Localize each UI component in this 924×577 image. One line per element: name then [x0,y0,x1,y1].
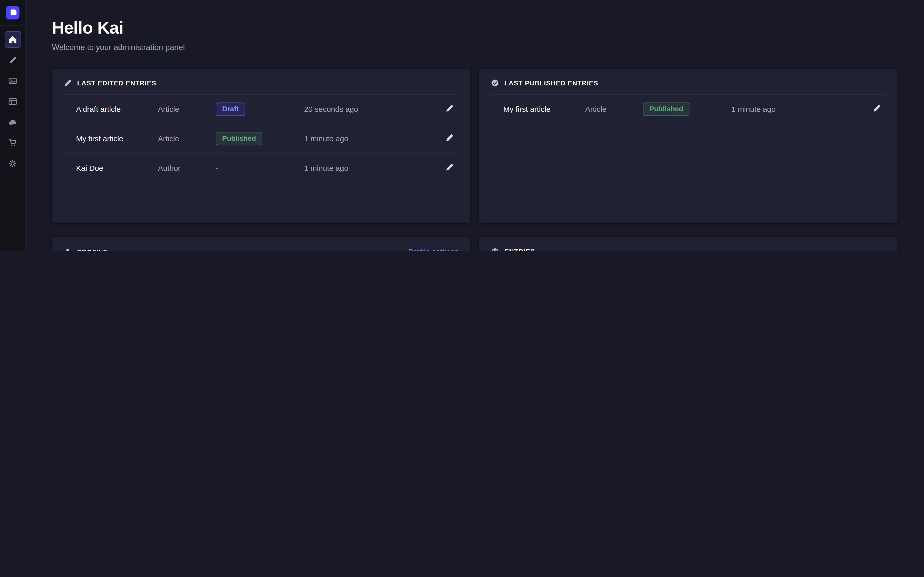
profile-settings-link[interactable]: Profile settings [408,247,459,251]
entry-name: My first article [503,105,585,114]
strapi-logo-icon [6,6,19,19]
strapi-logo-button[interactable] [0,0,26,26]
content-type-builder-icon [8,97,17,106]
panel-title: PROFILE [77,248,108,251]
entry-time: 1 minute ago [304,134,441,143]
person-icon [64,247,72,251]
entry-type: Article [158,105,216,114]
main-content: Hello Kai Welcome to your administration… [26,0,924,251]
entry-status-cell: Published [643,102,731,116]
sidebar-item-marketplace[interactable] [4,134,21,150]
app-root: KD Hello Kai Welcome to your administrat… [0,0,924,251]
table-row[interactable]: A draft article Article Draft 20 seconds… [64,95,459,124]
edit-entry-button[interactable] [446,134,454,143]
panel-header: ENTRIES [479,237,898,251]
table-row[interactable]: Kai Doe Author - 1 minute ago [64,154,459,183]
panel-title: LAST PUBLISHED ENTRIES [504,79,598,87]
panel-last-edited-entries: LAST EDITED ENTRIES A draft article Arti… [52,69,470,223]
gear-icon [8,159,17,168]
pencil-icon [446,104,454,114]
sidebar-item-home[interactable] [4,31,21,48]
entry-type: Article [585,105,643,114]
pencil-icon [446,134,454,143]
table-row[interactable]: My first article Article Published 1 min… [64,124,459,154]
status-badge: Draft [216,102,245,116]
entry-type: Article [158,134,216,143]
last-published-table: My first article Article Published 1 min… [491,94,885,124]
panel-profile: PROFILE Profile settings KD Kai Doe kai.… [52,237,470,251]
panel-title: LAST EDITED ENTRIES [77,79,156,87]
entry-type: Author [158,164,216,172]
sidebar-item-deploy-cloud[interactable] [4,114,21,130]
entry-time: 20 seconds ago [304,105,441,114]
entry-time: 1 minute ago [304,164,441,172]
sidebar-item-content-type-builder[interactable] [4,93,21,110]
panel-title: ENTRIES [504,248,535,251]
check-circle-icon [491,79,499,87]
entry-name: My first article [76,134,158,143]
sidebar-item-media-library[interactable] [4,73,21,89]
cloud-icon [8,118,17,126]
page-header: Hello Kai Welcome to your administration… [26,0,924,52]
entry-time: 1 minute ago [731,105,868,114]
media-library-icon [8,76,17,85]
entry-status-cell: - [216,164,304,172]
panel-entries: ENTRIES 3 entries Draft P [479,237,898,251]
edit-entry-button[interactable] [873,104,881,114]
sidebar-nav [4,31,21,251]
entry-name: A draft article [76,105,158,114]
home-icon [8,35,17,44]
page-subtitle: Welcome to your administration panel [52,43,924,52]
panel-last-published-entries: LAST PUBLISHED ENTRIES My first article … [479,69,898,223]
last-edited-table: A draft article Article Draft 20 seconds… [64,94,459,183]
panel-header: LAST PUBLISHED ENTRIES [479,69,898,94]
cart-icon [8,138,17,147]
page-title: Hello Kai [52,18,924,38]
pencil-icon [446,163,454,173]
pencil-icon [873,104,881,114]
panel-header: LAST EDITED ENTRIES [52,69,470,94]
table-row[interactable]: My first article Article Published 1 min… [491,95,885,124]
entry-status-cell: Published [216,132,304,145]
entry-status-cell: Draft [216,102,304,116]
panel-header: PROFILE Profile settings [52,237,470,251]
cube-icon [491,247,499,251]
sidebar-item-content-manager[interactable] [4,52,21,68]
pencil-icon [64,79,72,87]
edit-entry-button[interactable] [446,163,454,173]
content-manager-icon [8,56,17,64]
status-badge: Published [216,132,262,145]
entry-name: Kai Doe [76,164,158,172]
sidebar-item-settings[interactable] [4,155,21,171]
sidebar: KD [0,0,26,251]
status-badge: Published [643,102,690,116]
edit-entry-button[interactable] [446,104,454,114]
